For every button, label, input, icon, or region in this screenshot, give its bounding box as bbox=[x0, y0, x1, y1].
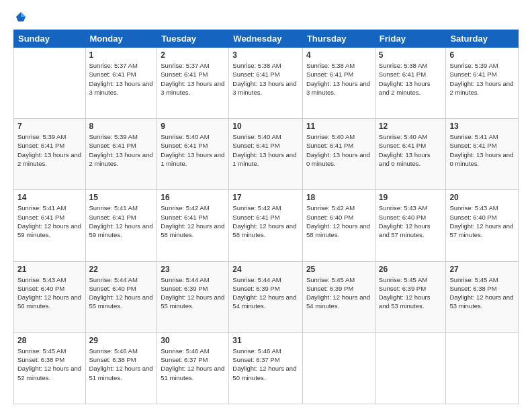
calendar-cell: 11Sunrise: 5:40 AMSunset: 6:41 PMDayligh… bbox=[302, 119, 375, 190]
day-info: Sunrise: 5:40 AMSunset: 6:41 PMDaylight:… bbox=[306, 132, 371, 168]
calendar-day-header: Sunday bbox=[14, 30, 86, 48]
day-number: 14 bbox=[17, 193, 82, 202]
day-info: Sunrise: 5:46 AMSunset: 6:38 PMDaylight:… bbox=[89, 347, 154, 382]
day-info: Sunrise: 5:41 AMSunset: 6:41 PMDaylight:… bbox=[89, 203, 154, 239]
day-info: Sunrise: 5:45 AMSunset: 6:38 PMDaylight:… bbox=[449, 275, 515, 311]
day-number: 9 bbox=[161, 122, 225, 131]
calendar-cell: 17Sunrise: 5:42 AMSunset: 6:41 PMDayligh… bbox=[229, 190, 303, 261]
calendar-cell: 20Sunrise: 5:43 AMSunset: 6:40 PMDayligh… bbox=[446, 190, 519, 261]
day-number: 6 bbox=[449, 50, 515, 60]
day-number: 21 bbox=[17, 265, 82, 274]
calendar-day-header: Wednesday bbox=[229, 30, 303, 48]
calendar-cell: 22Sunrise: 5:44 AMSunset: 6:40 PMDayligh… bbox=[85, 261, 157, 332]
calendar-week-row: 14Sunrise: 5:41 AMSunset: 6:41 PMDayligh… bbox=[14, 190, 519, 261]
calendar-cell: 1Sunrise: 5:37 AMSunset: 6:41 PMDaylight… bbox=[85, 48, 157, 119]
logo bbox=[13, 11, 27, 23]
calendar-cell: 28Sunrise: 5:45 AMSunset: 6:38 PMDayligh… bbox=[14, 332, 86, 404]
day-number: 26 bbox=[379, 265, 443, 274]
day-info: Sunrise: 5:38 AMSunset: 6:41 PMDaylight:… bbox=[379, 61, 443, 97]
day-number: 28 bbox=[17, 336, 82, 345]
calendar-day-header: Saturday bbox=[446, 30, 519, 48]
calendar-cell bbox=[375, 332, 446, 404]
day-info: Sunrise: 5:40 AMSunset: 6:41 PMDaylight:… bbox=[232, 132, 299, 168]
calendar-cell: 12Sunrise: 5:40 AMSunset: 6:41 PMDayligh… bbox=[375, 119, 446, 190]
calendar-cell bbox=[302, 332, 375, 404]
day-info: Sunrise: 5:44 AMSunset: 6:39 PMDaylight:… bbox=[232, 275, 299, 311]
day-number: 3 bbox=[232, 50, 299, 60]
day-info: Sunrise: 5:41 AMSunset: 6:41 PMDaylight:… bbox=[17, 203, 82, 239]
day-info: Sunrise: 5:45 AMSunset: 6:38 PMDaylight:… bbox=[17, 347, 82, 382]
day-info: Sunrise: 5:46 AMSunset: 6:37 PMDaylight:… bbox=[161, 347, 225, 382]
calendar-cell: 14Sunrise: 5:41 AMSunset: 6:41 PMDayligh… bbox=[14, 190, 86, 261]
calendar-cell: 3Sunrise: 5:38 AMSunset: 6:41 PMDaylight… bbox=[229, 48, 303, 119]
day-number: 16 bbox=[161, 193, 225, 202]
calendar-cell: 29Sunrise: 5:46 AMSunset: 6:38 PMDayligh… bbox=[85, 332, 157, 404]
calendar-cell: 30Sunrise: 5:46 AMSunset: 6:37 PMDayligh… bbox=[157, 332, 229, 404]
header bbox=[13, 11, 519, 23]
day-info: Sunrise: 5:40 AMSunset: 6:41 PMDaylight:… bbox=[379, 132, 443, 168]
day-number: 13 bbox=[449, 122, 515, 131]
day-number: 5 bbox=[379, 50, 443, 60]
day-number: 31 bbox=[232, 336, 299, 345]
day-info: Sunrise: 5:45 AMSunset: 6:39 PMDaylight:… bbox=[379, 275, 443, 311]
day-info: Sunrise: 5:39 AMSunset: 6:41 PMDaylight:… bbox=[449, 61, 515, 97]
page: SundayMondayTuesdayWednesdayThursdayFrid… bbox=[0, 0, 532, 411]
day-info: Sunrise: 5:43 AMSunset: 6:40 PMDaylight:… bbox=[17, 275, 82, 311]
day-number: 20 bbox=[449, 193, 515, 202]
day-number: 10 bbox=[232, 122, 299, 131]
day-info: Sunrise: 5:46 AMSunset: 6:37 PMDaylight:… bbox=[232, 347, 299, 382]
calendar-cell: 2Sunrise: 5:37 AMSunset: 6:41 PMDaylight… bbox=[157, 48, 229, 119]
day-info: Sunrise: 5:39 AMSunset: 6:41 PMDaylight:… bbox=[17, 132, 82, 168]
day-number: 19 bbox=[379, 193, 443, 202]
calendar-cell: 4Sunrise: 5:38 AMSunset: 6:41 PMDaylight… bbox=[302, 48, 375, 119]
calendar-week-row: 21Sunrise: 5:43 AMSunset: 6:40 PMDayligh… bbox=[14, 261, 519, 332]
day-info: Sunrise: 5:42 AMSunset: 6:41 PMDaylight:… bbox=[232, 203, 299, 239]
day-info: Sunrise: 5:38 AMSunset: 6:41 PMDaylight:… bbox=[306, 61, 371, 97]
day-number: 24 bbox=[232, 265, 299, 274]
calendar-cell: 8Sunrise: 5:39 AMSunset: 6:41 PMDaylight… bbox=[85, 119, 157, 190]
calendar-cell: 27Sunrise: 5:45 AMSunset: 6:38 PMDayligh… bbox=[446, 261, 519, 332]
day-number: 15 bbox=[89, 193, 154, 202]
calendar-week-row: 28Sunrise: 5:45 AMSunset: 6:38 PMDayligh… bbox=[14, 332, 519, 404]
day-info: Sunrise: 5:42 AMSunset: 6:40 PMDaylight:… bbox=[306, 203, 371, 239]
calendar-header-row: SundayMondayTuesdayWednesdayThursdayFrid… bbox=[14, 30, 519, 48]
calendar-cell: 10Sunrise: 5:40 AMSunset: 6:41 PMDayligh… bbox=[229, 119, 303, 190]
calendar-cell: 13Sunrise: 5:41 AMSunset: 6:41 PMDayligh… bbox=[446, 119, 519, 190]
day-info: Sunrise: 5:44 AMSunset: 6:40 PMDaylight:… bbox=[89, 275, 154, 311]
calendar-cell: 23Sunrise: 5:44 AMSunset: 6:39 PMDayligh… bbox=[157, 261, 229, 332]
calendar-cell: 5Sunrise: 5:38 AMSunset: 6:41 PMDaylight… bbox=[375, 48, 446, 119]
day-info: Sunrise: 5:43 AMSunset: 6:40 PMDaylight:… bbox=[449, 203, 515, 239]
day-number: 17 bbox=[232, 193, 299, 202]
day-info: Sunrise: 5:41 AMSunset: 6:41 PMDaylight:… bbox=[449, 132, 515, 168]
calendar-cell: 6Sunrise: 5:39 AMSunset: 6:41 PMDaylight… bbox=[446, 48, 519, 119]
logo-icon bbox=[15, 11, 27, 23]
calendar-cell: 16Sunrise: 5:42 AMSunset: 6:41 PMDayligh… bbox=[157, 190, 229, 261]
day-number: 2 bbox=[161, 50, 225, 60]
calendar-cell: 25Sunrise: 5:45 AMSunset: 6:39 PMDayligh… bbox=[302, 261, 375, 332]
day-number: 29 bbox=[89, 336, 154, 345]
day-number: 4 bbox=[306, 50, 371, 60]
day-info: Sunrise: 5:37 AMSunset: 6:41 PMDaylight:… bbox=[89, 61, 154, 97]
calendar-table: SundayMondayTuesdayWednesdayThursdayFrid… bbox=[13, 30, 519, 404]
svg-marker-1 bbox=[21, 12, 26, 17]
calendar-day-header: Tuesday bbox=[157, 30, 229, 48]
calendar-cell: 15Sunrise: 5:41 AMSunset: 6:41 PMDayligh… bbox=[85, 190, 157, 261]
calendar-cell bbox=[14, 48, 86, 119]
calendar-cell: 21Sunrise: 5:43 AMSunset: 6:40 PMDayligh… bbox=[14, 261, 86, 332]
day-info: Sunrise: 5:38 AMSunset: 6:41 PMDaylight:… bbox=[232, 61, 299, 97]
day-number: 11 bbox=[306, 122, 371, 131]
calendar-cell: 26Sunrise: 5:45 AMSunset: 6:39 PMDayligh… bbox=[375, 261, 446, 332]
day-number: 25 bbox=[306, 265, 371, 274]
day-number: 22 bbox=[89, 265, 154, 274]
calendar-day-header: Monday bbox=[85, 30, 157, 48]
day-number: 18 bbox=[306, 193, 371, 202]
calendar-cell: 18Sunrise: 5:42 AMSunset: 6:40 PMDayligh… bbox=[302, 190, 375, 261]
day-info: Sunrise: 5:40 AMSunset: 6:41 PMDaylight:… bbox=[161, 132, 225, 168]
day-number: 27 bbox=[449, 265, 515, 274]
day-number: 7 bbox=[17, 122, 82, 131]
calendar-day-header: Friday bbox=[375, 30, 446, 48]
calendar-cell: 24Sunrise: 5:44 AMSunset: 6:39 PMDayligh… bbox=[229, 261, 303, 332]
day-number: 12 bbox=[379, 122, 443, 131]
calendar-cell: 9Sunrise: 5:40 AMSunset: 6:41 PMDaylight… bbox=[157, 119, 229, 190]
day-info: Sunrise: 5:43 AMSunset: 6:40 PMDaylight:… bbox=[379, 203, 443, 239]
